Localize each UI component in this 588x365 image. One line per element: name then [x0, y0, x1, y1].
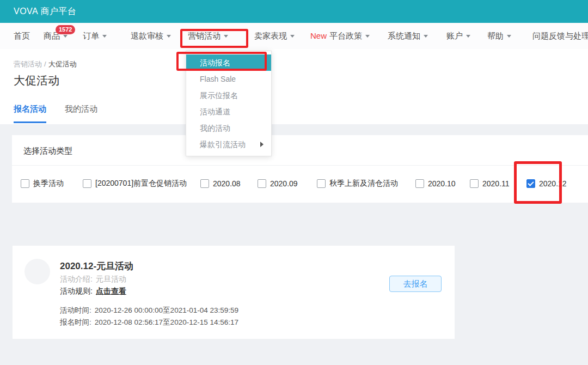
chevron-down-icon — [365, 35, 370, 38]
checkbox-icon[interactable] — [258, 179, 266, 188]
nav-item-refund-review[interactable]: 退款审核 — [131, 23, 171, 49]
breadcrumb-separator: / — [44, 60, 46, 68]
checkbox-label: 2020.08 — [213, 179, 241, 188]
top-app-bar: VOVA 商户平台 — [0, 0, 588, 23]
chevron-down-icon — [424, 35, 428, 38]
chevron-right-icon — [260, 142, 264, 147]
menu-item-display-slot-signup[interactable]: 展示位报名 — [186, 87, 271, 104]
checkbox-icon[interactable] — [200, 179, 209, 188]
rules-view-link[interactable]: 点击查看 — [96, 287, 126, 295]
filter-option-2020-12[interactable]: 2020.12 — [526, 178, 567, 189]
nav-item-label: 退款审核 — [131, 31, 163, 40]
checkbox-icon[interactable] — [470, 179, 479, 188]
breadcrumb-parent[interactable]: 营销活动 — [14, 60, 42, 68]
nav-item-help[interactable]: 帮助 — [487, 23, 511, 49]
activity-title: 2020.12-元旦活动 — [60, 260, 133, 272]
marketing-dropdown-menu: 活动报名 Flash Sale 展示位报名 活动通道 我的活动 爆款引流活动 — [186, 51, 272, 156]
nav-item-system-notice[interactable]: 系统通知 — [388, 23, 428, 49]
intro-value: 元旦活动 — [96, 275, 126, 283]
checkbox-icon[interactable] — [317, 179, 326, 188]
time-value: 2020-12-26 00:00:00至2021-01-04 23:59:59 — [95, 306, 238, 314]
filter-option-season-activity[interactable]: 换季活动 — [21, 178, 64, 189]
nav-item-label: 营销活动 — [188, 31, 220, 40]
filter-option-2020-11[interactable]: 2020.11 — [470, 178, 510, 189]
nav-item-orders[interactable]: 订单 — [83, 23, 107, 49]
tab-bar: 报名活动 我的活动 — [14, 104, 97, 123]
signup-time-line: 报名时间:2020-12-08 02:56:17至2020-12-15 14:5… — [60, 318, 238, 327]
chevron-down-icon — [507, 35, 511, 38]
signup-value: 2020-12-08 02:56:17至2020-12-15 14:56:17 — [95, 318, 238, 326]
checkbox-icon[interactable] — [21, 179, 29, 188]
nav-item-account[interactable]: 账户 — [446, 23, 470, 49]
checkbox-label: 换季活动 — [33, 179, 64, 188]
nav-item-feedback[interactable]: 问题反馈与处理 — [532, 23, 588, 49]
filter-option-2020-09[interactable]: 2020.09 — [258, 178, 298, 189]
breadcrumb: 营销活动/大促活动 — [14, 59, 77, 69]
filter-section-title: 选择活动类型 — [23, 146, 72, 156]
menu-item-activity-signup[interactable]: 活动报名 — [186, 54, 271, 71]
nav-item-label: 系统通知 — [388, 31, 420, 40]
nav-item-label: 帮助 — [487, 31, 504, 40]
tab-my-activities[interactable]: 我的活动 — [65, 104, 97, 123]
activity-type-panel: 选择活动类型 换季活动 [20200701]前置仓促销活动 2020.08 20… — [12, 135, 588, 203]
new-tag: New — [310, 31, 327, 40]
nav-item-seller-performance[interactable]: 卖家表现 — [254, 23, 295, 49]
menu-item-label: 爆款引流活动 — [200, 140, 246, 149]
activity-rules-line: 活动规则:点击查看 — [60, 287, 126, 296]
notification-badge: 1572 — [56, 25, 75, 34]
checkbox-label: [20200701]前置仓促销活动 — [95, 179, 187, 188]
main-nav: 首页 1572 商品 订单 退款审核 营销活动 卖家表现 New平台政策 系统通… — [0, 23, 588, 50]
nav-item-products[interactable]: 1572 商品 — [44, 23, 68, 49]
breadcrumb-current: 大促活动 — [48, 60, 77, 68]
checkbox-label: 秋季上新及清仓活动 — [329, 179, 398, 188]
chevron-down-icon — [466, 35, 470, 38]
nav-item-label: 首页 — [14, 31, 30, 40]
intro-label: 活动介绍: — [60, 275, 93, 283]
activity-card: 2020.12-元旦活动 活动介绍:元旦活动 活动规则:点击查看 活动时间:20… — [13, 246, 455, 339]
checkbox-icon[interactable] — [83, 179, 91, 188]
activity-avatar — [24, 259, 50, 284]
menu-item-flash-sale[interactable]: Flash Sale — [186, 71, 271, 87]
chevron-down-icon — [102, 35, 107, 38]
checkbox-label: 2020.11 — [482, 179, 510, 188]
time-label: 活动时间: — [60, 306, 91, 314]
nav-item-platform-policy[interactable]: New平台政策 — [310, 23, 370, 49]
chevron-down-icon — [224, 35, 228, 38]
rules-label: 活动规则: — [60, 287, 93, 295]
checkbox-label: 2020.10 — [428, 179, 456, 188]
chevron-down-icon — [290, 35, 295, 38]
nav-item-label: 订单 — [83, 31, 99, 40]
nav-item-label: 账户 — [446, 31, 463, 40]
filter-option-2020-08[interactable]: 2020.08 — [200, 178, 241, 189]
filter-option-front-warehouse-promo[interactable]: [20200701]前置仓促销活动 — [83, 178, 187, 189]
checkbox-label: 2020.12 — [539, 179, 567, 188]
nav-item-marketing[interactable]: 营销活动 — [188, 23, 228, 49]
signup-label: 报名时间: — [60, 318, 91, 326]
menu-item-activity-channel[interactable]: 活动通道 — [186, 104, 271, 120]
divider — [12, 165, 588, 166]
nav-item-label: 卖家表现 — [254, 31, 287, 40]
menu-item-hot-traffic-activity[interactable]: 爆款引流活动 — [186, 136, 271, 153]
nav-item-home[interactable]: 首页 — [14, 23, 30, 49]
go-signup-button[interactable]: 去报名 — [389, 276, 442, 292]
menu-item-my-activities[interactable]: 我的活动 — [186, 120, 271, 136]
filter-option-autumn-clearance[interactable]: 秋季上新及清仓活动 — [317, 178, 398, 189]
nav-item-label: 平台政策 — [329, 31, 362, 40]
content-header: 营销活动/大促活动 大促活动 报名活动 我的活动 — [0, 49, 588, 124]
activity-time-line: 活动时间:2020-12-26 00:00:00至2021-01-04 23:5… — [60, 306, 238, 315]
app-title: VOVA 商户平台 — [14, 0, 76, 23]
nav-item-label: 问题反馈与处理 — [532, 31, 588, 40]
chevron-down-icon — [63, 35, 68, 38]
page-title: 大促活动 — [14, 73, 59, 88]
filter-option-2020-10[interactable]: 2020.10 — [415, 178, 456, 189]
checkbox-icon[interactable] — [415, 179, 424, 188]
checkbox-label: 2020.09 — [270, 179, 298, 188]
checkbox-checked-icon[interactable] — [526, 179, 535, 188]
activity-intro-line: 活动介绍:元旦活动 — [60, 275, 126, 284]
tab-signup-activities[interactable]: 报名活动 — [14, 104, 46, 123]
chevron-down-icon — [167, 35, 171, 38]
